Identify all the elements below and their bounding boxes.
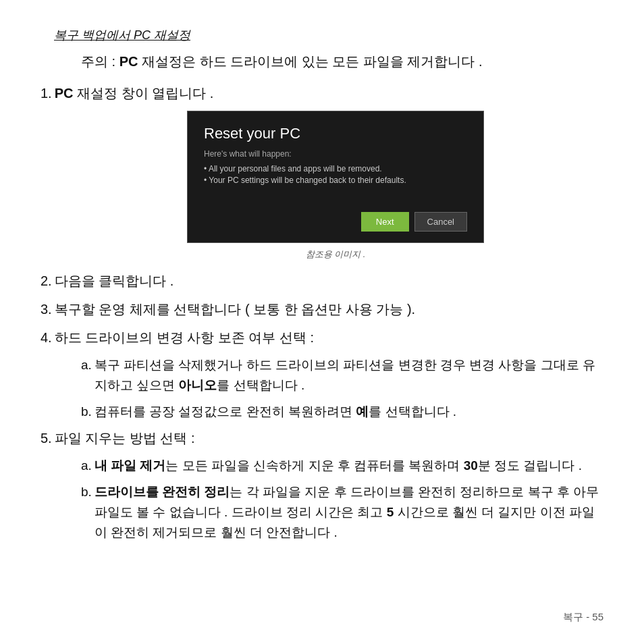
cancel-button[interactable]: Cancel (414, 212, 467, 232)
step-5b-label: b. (81, 482, 92, 543)
step-2: 2. 다음을 클릭합니다 . (41, 270, 603, 292)
page-footer: 복구 - 55 (563, 611, 603, 624)
step-3: 3. 복구할 운영 체제를 선택합니다 ( 보통 한 옵션만 사용 가능 ). (41, 298, 603, 320)
step-5b-text: 드라이브를 완전히 정리는 각 파일을 지운 후 드라이브를 완전히 정리하므로… (95, 482, 603, 543)
next-button[interactable]: Next (361, 212, 409, 232)
step-4a: a. 복구 파티션을 삭제했거나 하드 드라이브의 파티션을 변경한 경우 변경… (81, 355, 603, 396)
screenshot-window: Reset your PC Here's what will happen: A… (187, 111, 484, 243)
step-5a: a. 내 파일 제거는 모든 파일을 신속하게 지운 후 컴퓨터를 복원하며 3… (81, 456, 603, 476)
step-4-text: 하드 드라이브의 변경 사항 보존 여부 선택 : (55, 327, 314, 348)
step-4: 4. 하드 드라이브의 변경 사항 보존 여부 선택 : (41, 327, 603, 348)
step-1-text: PC 재설정 창이 열립니다 . (55, 82, 214, 104)
step-4b: b. 컴퓨터를 공장 설정값으로 완전히 복원하려면 예를 선택합니다 . (81, 402, 603, 422)
step-3-text: 복구할 운영 체제를 선택합니다 ( 보통 한 옵션만 사용 가능 ). (55, 298, 415, 320)
warning-text: 주의 : PC 재설정은 하드 드라이브에 있는 모든 파일을 제거합니다 . (81, 51, 603, 72)
screenshot-subtitle: Here's what will happen: (204, 149, 467, 159)
step-5-text: 파일 지우는 방법 선택 : (55, 427, 195, 449)
step-1-num: 1. (41, 82, 52, 104)
step-5-num: 5. (41, 427, 52, 449)
step-2-num: 2. (41, 270, 52, 292)
step-5a-text: 내 파일 제거는 모든 파일을 신속하게 지운 후 컴퓨터를 복원하며 30분 … (95, 456, 603, 476)
step-5b: b. 드라이브를 완전히 정리는 각 파일을 지운 후 드라이브를 완전히 정리… (81, 482, 603, 543)
step-4b-label: b. (81, 402, 92, 422)
page-container: 복구 백업에서 PC 재설정 주의 : PC 재설정은 하드 드라이브에 있는 … (0, 0, 644, 644)
step-4b-text: 컴퓨터를 공장 설정값으로 완전히 복원하려면 예를 선택합니다 . (95, 402, 603, 422)
step-4a-text: 복구 파티션을 삭제했거나 하드 드라이브의 파티션을 변경한 경우 변경 사항… (95, 355, 603, 396)
screenshot-bullet-1: All your personal files and apps will be… (204, 164, 467, 173)
step-4-num: 4. (41, 327, 52, 348)
step-1: 1. PC 재설정 창이 열립니다 . (41, 82, 603, 104)
screenshot-bullet-2: Your PC settings will be changed back to… (204, 176, 467, 185)
step-4a-label: a. (81, 355, 92, 396)
page-header-title: 복구 백업에서 PC 재설정 (54, 27, 603, 43)
screenshot-title: Reset your PC (204, 125, 467, 142)
screenshot-bullets: All your personal files and apps will be… (204, 164, 467, 185)
image-caption: 참조용 이미지 . (68, 248, 603, 261)
step-2-text: 다음을 클릭합니다 . (55, 270, 174, 292)
step-5: 5. 파일 지우는 방법 선택 : (41, 427, 603, 449)
step-5a-label: a. (81, 456, 92, 476)
step-3-num: 3. (41, 298, 52, 320)
